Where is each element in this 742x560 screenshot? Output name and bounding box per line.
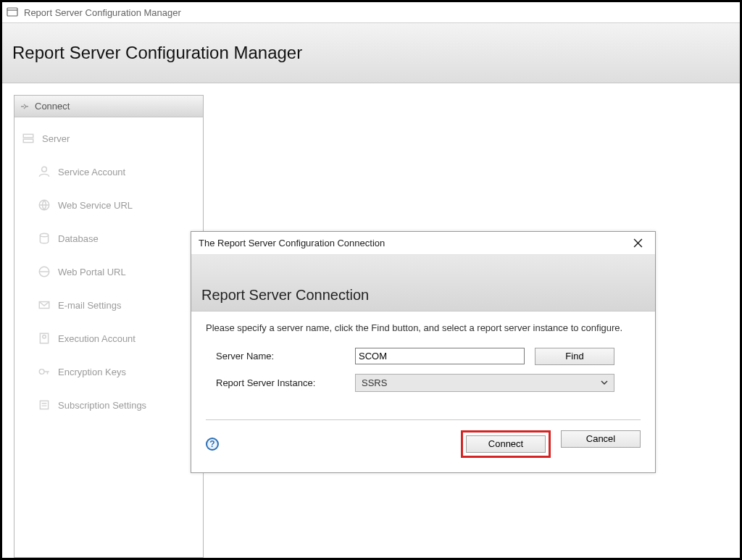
sidebar-item-encryption-keys[interactable]: Encryption Keys: [14, 355, 203, 388]
sidebar-item-server[interactable]: Server: [14, 122, 203, 155]
server-name-label: Server Name:: [206, 351, 355, 362]
connect-icon: [19, 101, 30, 112]
dialog-body: Please specify a server name, click the …: [191, 312, 655, 420]
sidebar-item-web-service-url[interactable]: Web Service URL: [14, 188, 203, 222]
dialog-title: The Report Server Configuration Connecti…: [199, 238, 385, 248]
sidebar-item-label: Subscription Settings: [58, 400, 146, 411]
globe-icon: [38, 265, 51, 278]
server-name-input[interactable]: [355, 348, 525, 364]
sidebar-item-label: E-mail Settings: [58, 300, 121, 311]
instance-selected-value: SSRS: [362, 377, 387, 388]
page-title: Report Server Configuration Manager: [12, 43, 302, 63]
sidebar-item-execution-account[interactable]: Execution Account: [14, 322, 203, 355]
sidebar-item-label: Web Service URL: [58, 200, 133, 211]
subscription-icon: [38, 398, 51, 411]
sidebar-item-label: Encryption Keys: [58, 367, 126, 377]
help-icon[interactable]: ?: [206, 438, 219, 451]
sidebar-item-web-portal-url[interactable]: Web Portal URL: [14, 255, 203, 288]
svg-rect-11: [40, 401, 48, 409]
svg-rect-0: [7, 8, 17, 16]
svg-point-9: [43, 335, 46, 339]
dialog-instruction: Please specify a server name, click the …: [206, 322, 641, 335]
sidebar: Connect Server Service Account Web Servi…: [14, 95, 204, 558]
sidebar-item-label: Web Portal URL: [58, 267, 126, 277]
globe-icon: [38, 198, 51, 212]
database-icon: [38, 232, 51, 245]
chevron-down-icon: [601, 379, 608, 386]
dialog-titlebar: The Report Server Configuration Connecti…: [191, 232, 655, 255]
window-titlebar: Report Server Configuration Manager: [2, 2, 740, 22]
cancel-button[interactable]: Cancel: [561, 430, 641, 448]
connect-highlight: Connect: [461, 430, 551, 458]
instance-row: Report Server Instance: SSRS: [206, 374, 641, 392]
content-area: The Report Server Configuration Connecti…: [204, 95, 727, 558]
svg-point-5: [40, 233, 48, 237]
sidebar-connect-label: Connect: [35, 101, 70, 112]
account-icon: [38, 332, 51, 345]
window-title: Report Server Configuration Manager: [24, 7, 181, 18]
sidebar-item-label: Execution Account: [58, 333, 136, 344]
dialog-header: Report Server Connection: [191, 255, 655, 312]
mail-icon: [38, 298, 51, 312]
sidebar-item-email-settings[interactable]: E-mail Settings: [14, 288, 203, 322]
server-icon: [22, 132, 35, 145]
dialog-heading: Report Server Connection: [201, 287, 369, 304]
app-icon: [7, 7, 18, 18]
svg-point-3: [42, 167, 47, 172]
close-icon: [633, 238, 643, 248]
connect-button[interactable]: Connect: [466, 435, 546, 453]
dialog-close-button[interactable]: [628, 236, 648, 251]
header-banner: Report Server Configuration Manager: [2, 22, 740, 83]
svg-point-10: [39, 369, 44, 375]
svg-rect-2: [23, 139, 33, 143]
sidebar-item-service-account[interactable]: Service Account: [14, 155, 203, 188]
instance-label: Report Server Instance:: [206, 377, 355, 388]
svg-rect-1: [23, 134, 33, 138]
sidebar-item-database[interactable]: Database: [14, 222, 203, 255]
sidebar-connect[interactable]: Connect: [14, 96, 203, 117]
sidebar-item-label: Server: [42, 133, 70, 144]
find-button[interactable]: Find: [535, 348, 614, 365]
instance-select[interactable]: SSRS: [355, 374, 614, 392]
dialog-footer: ? Connect Cancel: [191, 420, 655, 472]
key-icon: [38, 365, 51, 378]
sidebar-item-subscription-settings[interactable]: Subscription Settings: [14, 388, 203, 422]
main-area: Connect Server Service Account Web Servi…: [2, 83, 740, 558]
server-name-row: Server Name: Find: [206, 348, 641, 365]
sidebar-item-label: Database: [58, 233, 99, 244]
user-icon: [38, 165, 51, 178]
connection-dialog: The Report Server Configuration Connecti…: [191, 231, 656, 473]
sidebar-item-label: Service Account: [58, 167, 125, 177]
